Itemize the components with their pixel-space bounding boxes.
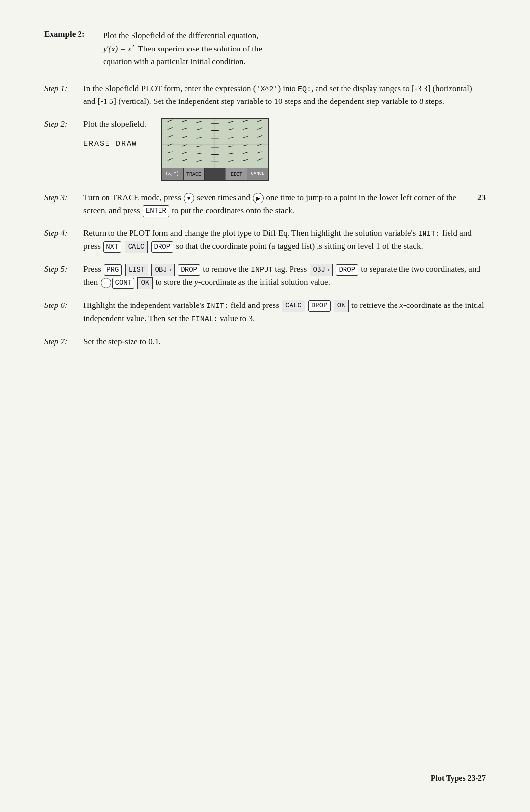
step-5-block: Step 5: Press PRG LIST OBJ→ DROP to remo… bbox=[44, 263, 486, 289]
step-6-label: Step 6: bbox=[44, 299, 83, 325]
calc-menu-edit: EDIT bbox=[226, 168, 247, 180]
step-3-content: Turn on TRACE mode, press ▼ seven times … bbox=[83, 191, 486, 217]
step-6-block: Step 6: Highlight the independent variab… bbox=[44, 299, 486, 325]
down-arrow-btn: ▼ bbox=[184, 193, 194, 203]
right-arrow-btn: ▶ bbox=[253, 193, 264, 203]
ok-key-6: OK bbox=[334, 300, 349, 312]
step-1-block: Step 1: In the Slopefield PLOT form, ent… bbox=[44, 82, 486, 108]
prg-key: PRG bbox=[104, 264, 122, 276]
erase-draw-display: ERASE DRAW bbox=[83, 140, 137, 148]
drop-key-5b: DROP bbox=[336, 264, 358, 276]
page-side-number: 23 bbox=[461, 191, 486, 204]
nxt-key: NXT bbox=[103, 241, 121, 253]
step-7-content: Set the step-size to 0.1. bbox=[83, 335, 486, 348]
calc-menu-xy: (X,Y) bbox=[162, 168, 183, 180]
drop-key-5a: DROP bbox=[178, 264, 200, 276]
step-3-block: Step 3: Turn on TRACE mode, press ▼ seve… bbox=[44, 191, 486, 217]
step-4-block: Step 4: Return to the PLOT form and chan… bbox=[44, 227, 486, 253]
step-4-content: Return to the PLOT form and change the p… bbox=[83, 227, 486, 253]
step-5-label: Step 5: bbox=[44, 263, 83, 289]
calc-key-6: CALC bbox=[282, 300, 305, 312]
step-1-label: Step 1: bbox=[44, 82, 83, 108]
cont-key: CONT bbox=[112, 278, 135, 289]
example-text: Plot the Slopefield of the differential … bbox=[103, 29, 262, 69]
calc-menu-trace: TRACE bbox=[183, 168, 205, 180]
step-1-content: In the Slopefield PLOT form, enter the e… bbox=[83, 82, 486, 108]
obj-key-1: OBJ→ bbox=[151, 264, 175, 277]
step-7-block: Step 7: Set the step-size to 0.1. bbox=[44, 335, 486, 348]
calc-menu-cancl: CANCL bbox=[247, 168, 268, 180]
left-arrow-btn: ← bbox=[101, 278, 111, 288]
slopefield-display bbox=[162, 119, 268, 170]
list-key: LIST bbox=[125, 264, 149, 277]
page-footer: Plot Types 23-27 bbox=[431, 774, 486, 783]
step-3-label: Step 3: bbox=[44, 191, 83, 217]
step-4-label: Step 4: bbox=[44, 227, 83, 253]
calculator-screen: (X,Y) TRACE EDIT CANCL bbox=[161, 118, 269, 181]
example-label: Example 2: bbox=[44, 29, 103, 69]
step-2-label: Step 2: bbox=[44, 118, 83, 181]
ok-key-5: OK bbox=[137, 277, 153, 290]
step-7-label: Step 7: bbox=[44, 335, 83, 348]
calc-menubar: (X,Y) TRACE EDIT CANCL bbox=[162, 168, 268, 180]
calc-menu-empty bbox=[205, 168, 226, 180]
drop-key-6: DROP bbox=[308, 300, 331, 312]
step-5-content: Press PRG LIST OBJ→ DROP to remove the I… bbox=[83, 263, 486, 289]
obj-key-2: OBJ→ bbox=[310, 264, 333, 277]
enter-key: ENTER bbox=[143, 205, 169, 217]
drop-key-4: DROP bbox=[151, 241, 174, 253]
example-block: Example 2: Plot the Slopefield of the di… bbox=[44, 29, 486, 69]
step-6-content: Highlight the independent variable's INI… bbox=[83, 299, 486, 325]
step-2-content: Plot the slopefield. ERASE DRAW bbox=[83, 118, 486, 181]
step-2-block: Step 2: Plot the slopefield. ERASE DRAW bbox=[44, 118, 486, 181]
calc-key: CALC bbox=[125, 241, 148, 254]
